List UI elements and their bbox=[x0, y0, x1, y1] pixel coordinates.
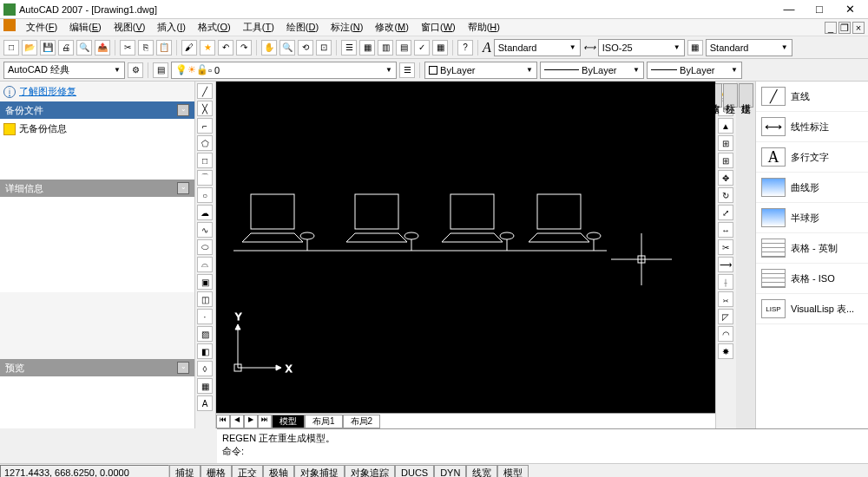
redo-icon[interactable]: ↷ bbox=[236, 40, 252, 56]
palette-item-dim[interactable]: ⟷线性标注 bbox=[756, 112, 868, 142]
palette-item-hemisphere[interactable]: 半球形 bbox=[756, 203, 868, 233]
publish-icon[interactable]: 📤 bbox=[95, 40, 110, 56]
markup-icon[interactable]: ✓ bbox=[414, 40, 430, 56]
drawing-canvas[interactable]: X Y bbox=[216, 82, 715, 413]
save-icon[interactable]: 💾 bbox=[40, 40, 56, 56]
menu-draw[interactable]: 绘图(D) bbox=[281, 19, 324, 36]
hatch-icon[interactable]: ▨ bbox=[197, 326, 213, 342]
menu-tools[interactable]: 工具(T) bbox=[238, 19, 279, 36]
trim-icon[interactable]: ✂ bbox=[718, 239, 733, 255]
status-lwt[interactable]: 线宽 bbox=[466, 465, 497, 478]
menu-dimension[interactable]: 标注(N) bbox=[326, 19, 368, 36]
properties-icon[interactable]: ☰ bbox=[341, 40, 357, 56]
preview-icon[interactable]: 🔍 bbox=[76, 40, 92, 56]
chamfer-icon[interactable]: ◸ bbox=[718, 309, 733, 324]
undo-icon[interactable]: ↶ bbox=[218, 40, 233, 56]
block-editor-icon[interactable]: ★ bbox=[200, 40, 215, 56]
arc-icon[interactable]: ⌒ bbox=[197, 170, 213, 186]
ellipse-arc-icon[interactable]: ⌓ bbox=[197, 257, 213, 272]
status-ducs[interactable]: DUCS bbox=[395, 465, 434, 478]
table-style-icon[interactable]: ▦ bbox=[687, 40, 703, 56]
palette-item-mtext[interactable]: A多行文字 bbox=[756, 142, 868, 173]
fillet-icon[interactable]: ◠ bbox=[718, 326, 733, 342]
menu-insert[interactable]: 插入(I) bbox=[152, 19, 190, 36]
vtab-1[interactable]: 标注 bbox=[723, 83, 738, 108]
color-dropdown[interactable]: ByLayer▼ bbox=[424, 62, 537, 79]
table-icon[interactable]: ▦ bbox=[197, 378, 213, 394]
linetype-dropdown[interactable]: ByLayer▼ bbox=[540, 62, 644, 79]
layer-filter-icon[interactable]: ☰ bbox=[399, 62, 415, 78]
print-icon[interactable]: 🖨 bbox=[58, 40, 74, 56]
circle-icon[interactable]: ○ bbox=[197, 187, 213, 203]
layer-props-icon[interactable]: ▤ bbox=[153, 62, 168, 78]
open-icon[interactable]: 📂 bbox=[22, 40, 37, 56]
pline-icon[interactable]: ⌐ bbox=[197, 118, 213, 134]
spline-icon[interactable]: ∿ bbox=[197, 222, 213, 238]
mtext-icon[interactable]: A bbox=[197, 395, 213, 411]
workspace-dropdown[interactable]: AutoCAD 经典▼ bbox=[3, 62, 125, 79]
match-props-icon[interactable]: 🖌 bbox=[181, 40, 197, 56]
move-icon[interactable]: ✥ bbox=[718, 170, 733, 186]
sheet-set-icon[interactable]: ▤ bbox=[396, 40, 411, 56]
tool-palette-icon[interactable]: ▥ bbox=[378, 40, 393, 56]
copy-icon[interactable]: ⎘ bbox=[138, 40, 154, 56]
doc-close-button[interactable]: × bbox=[852, 22, 865, 34]
layer-dropdown[interactable]: 💡☀🔓▫ 0▼ bbox=[171, 62, 397, 79]
rotate-icon[interactable]: ↻ bbox=[718, 187, 733, 203]
scale-icon[interactable]: ⤢ bbox=[718, 205, 733, 220]
tab-layout1[interactable]: 布局1 bbox=[305, 415, 343, 428]
make-block-icon[interactable]: ◫ bbox=[197, 291, 213, 307]
array-icon[interactable]: ⊞ bbox=[718, 153, 733, 168]
xline-icon[interactable]: ╳ bbox=[197, 101, 213, 116]
pan-icon[interactable]: ✋ bbox=[261, 40, 277, 56]
status-snap[interactable]: 捕捉 bbox=[169, 465, 201, 478]
palette-item-vlisp[interactable]: LISPVisualLisp 表... bbox=[756, 294, 868, 324]
panel-collapse-icon[interactable]: ⌄ bbox=[177, 182, 189, 194]
tab-last-button[interactable]: ⏭ bbox=[258, 415, 272, 428]
zoom-prev-icon[interactable]: ⟲ bbox=[298, 40, 313, 56]
panel-collapse-icon[interactable]: ⌄ bbox=[177, 362, 189, 374]
zoom-window-icon[interactable]: ⊡ bbox=[316, 40, 332, 56]
line-icon[interactable]: ╱ bbox=[197, 83, 213, 99]
palette-item-line[interactable]: ╱直线 bbox=[756, 82, 868, 112]
new-icon[interactable]: □ bbox=[3, 40, 19, 56]
status-model[interactable]: 模型 bbox=[497, 465, 529, 478]
design-center-icon[interactable]: ▦ bbox=[359, 40, 375, 56]
menu-help[interactable]: 帮助(H) bbox=[463, 19, 505, 36]
tab-first-button[interactable]: ⏮ bbox=[216, 415, 230, 428]
workspace-settings-icon[interactable]: ⚙ bbox=[128, 62, 143, 78]
menu-file[interactable]: 文件(F) bbox=[21, 19, 62, 36]
stretch-icon[interactable]: ↔ bbox=[718, 222, 733, 238]
menu-view[interactable]: 视图(V) bbox=[108, 19, 151, 36]
table-style-dropdown[interactable]: Standard▼ bbox=[706, 39, 792, 56]
insert-block-icon[interactable]: ▣ bbox=[197, 274, 213, 290]
palette-item-curve[interactable]: 曲线形 bbox=[756, 173, 868, 203]
offset-icon[interactable]: ⊞ bbox=[718, 135, 733, 151]
tab-next-button[interactable]: ▶ bbox=[244, 415, 258, 428]
region-icon[interactable]: ◊ bbox=[197, 361, 213, 376]
doc-minimize-button[interactable]: _ bbox=[825, 22, 837, 34]
app-menu-icon[interactable] bbox=[3, 19, 16, 31]
close-button[interactable]: ✕ bbox=[835, 1, 865, 18]
menu-window[interactable]: 窗口(W) bbox=[416, 19, 461, 36]
palette-item-table-imperial[interactable]: 表格 - 英制 bbox=[756, 233, 868, 264]
rectangle-icon[interactable]: □ bbox=[197, 153, 213, 168]
maximize-button[interactable]: □ bbox=[805, 1, 834, 18]
point-icon[interactable]: · bbox=[197, 309, 213, 324]
dim-style-dropdown[interactable]: ISO-25▼ bbox=[598, 39, 685, 56]
minimize-button[interactable]: — bbox=[774, 1, 804, 18]
zoom-rt-icon[interactable]: 🔍 bbox=[279, 40, 295, 56]
break-icon[interactable]: ⟊ bbox=[718, 274, 733, 290]
join-icon[interactable]: ⟗ bbox=[718, 291, 733, 307]
status-dyn[interactable]: DYN bbox=[434, 465, 466, 478]
mirror-icon[interactable]: ▲ bbox=[718, 118, 733, 134]
revcloud-icon[interactable]: ☁ bbox=[197, 205, 213, 220]
status-polar[interactable]: 极轴 bbox=[263, 465, 294, 478]
detail-panel-header[interactable]: 详细信息⌄ bbox=[0, 180, 194, 197]
gradient-icon[interactable]: ◧ bbox=[197, 343, 213, 359]
help-icon[interactable]: ? bbox=[457, 40, 473, 56]
status-otrack[interactable]: 对象追踪 bbox=[345, 465, 395, 478]
palette-item-table-iso[interactable]: 表格 - ISO bbox=[756, 264, 868, 294]
menu-modify[interactable]: 修改(M) bbox=[370, 19, 414, 36]
tab-model[interactable]: 模型 bbox=[272, 415, 305, 428]
